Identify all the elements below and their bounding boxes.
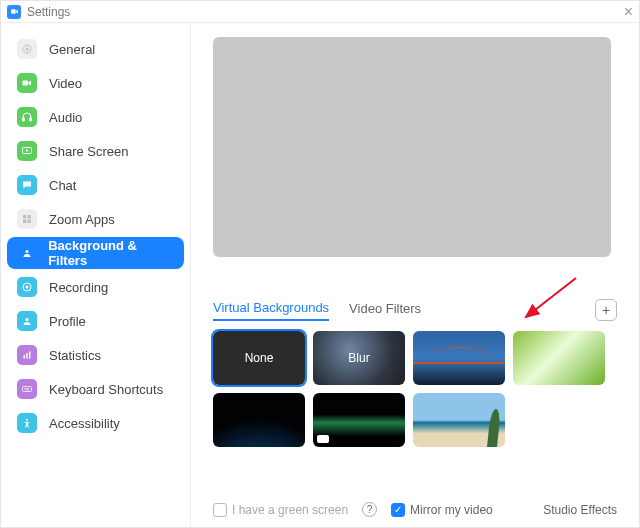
video-icon [17, 73, 37, 93]
sidebar-item-label: Video [49, 76, 82, 91]
svg-point-1 [26, 48, 29, 51]
mirror-video-checkbox[interactable]: ✓ Mirror my video [391, 503, 493, 517]
green-screen-label: I have a green screen [232, 503, 348, 517]
sidebar-item-zoom-apps[interactable]: Zoom Apps [7, 203, 184, 235]
svg-rect-17 [23, 387, 32, 392]
sidebar-item-label: Audio [49, 110, 82, 125]
headphones-icon [17, 107, 37, 127]
background-tabs: Virtual Backgrounds Video Filters + [213, 299, 617, 321]
sidebar-item-recording[interactable]: Recording [7, 271, 184, 303]
svg-point-12 [26, 286, 29, 289]
thumb-label: Blur [348, 351, 369, 365]
svg-rect-14 [24, 355, 26, 359]
background-option-bridge[interactable] [413, 331, 505, 385]
checkbox-icon [213, 503, 227, 517]
close-button[interactable]: × [624, 4, 633, 20]
accessibility-icon [17, 413, 37, 433]
chat-icon [17, 175, 37, 195]
svg-rect-20 [27, 388, 28, 389]
background-option-aurora[interactable] [313, 393, 405, 447]
sidebar-item-statistics[interactable]: Statistics [7, 339, 184, 371]
sidebar-item-video[interactable]: Video [7, 67, 184, 99]
studio-effects-link[interactable]: Studio Effects [543, 503, 617, 517]
checkbox-icon: ✓ [391, 503, 405, 517]
window-title: Settings [27, 5, 70, 19]
recording-icon [17, 277, 37, 297]
background-thumbnails: None Blur [213, 331, 617, 455]
sidebar-item-general[interactable]: General [7, 33, 184, 65]
svg-point-10 [25, 250, 28, 253]
svg-rect-3 [23, 118, 25, 121]
svg-rect-9 [28, 220, 32, 224]
video-preview [213, 37, 611, 257]
svg-rect-0 [11, 9, 16, 14]
sidebar-item-label: Background & Filters [48, 238, 174, 268]
settings-main-panel: Virtual Backgrounds Video Filters + None… [191, 23, 639, 527]
svg-rect-8 [23, 220, 27, 224]
background-option-beach[interactable] [413, 393, 505, 447]
svg-rect-16 [29, 352, 31, 359]
sidebar-item-background-filters[interactable]: Background & Filters [7, 237, 184, 269]
svg-point-23 [26, 419, 28, 421]
footer-options: I have a green screen ? ✓ Mirror my vide… [213, 492, 617, 517]
sidebar-item-label: Chat [49, 178, 76, 193]
sidebar-item-chat[interactable]: Chat [7, 169, 184, 201]
svg-rect-2 [23, 81, 29, 86]
sidebar-item-label: Share Screen [49, 144, 129, 159]
background-option-earth[interactable] [213, 393, 305, 447]
sidebar-item-profile[interactable]: Profile [7, 305, 184, 337]
svg-rect-22 [25, 390, 29, 391]
tab-virtual-backgrounds[interactable]: Virtual Backgrounds [213, 300, 329, 321]
svg-rect-21 [29, 388, 30, 389]
svg-rect-15 [26, 353, 28, 359]
sidebar-item-label: Recording [49, 280, 108, 295]
sidebar-item-label: Zoom Apps [49, 212, 115, 227]
zoom-app-icon [7, 5, 21, 19]
svg-point-13 [26, 318, 29, 321]
apps-icon [17, 209, 37, 229]
settings-sidebar: General Video Audio Share Screen Chat Zo… [1, 23, 191, 527]
statistics-icon [17, 345, 37, 365]
mirror-label: Mirror my video [410, 503, 493, 517]
add-background-button[interactable]: + [595, 299, 617, 321]
background-option-grass[interactable] [513, 331, 605, 385]
background-option-blur[interactable]: Blur [313, 331, 405, 385]
svg-rect-7 [28, 215, 32, 219]
keyboard-icon [17, 379, 37, 399]
profile-icon [17, 311, 37, 331]
sidebar-item-keyboard-shortcuts[interactable]: Keyboard Shortcuts [7, 373, 184, 405]
gear-icon [17, 39, 37, 59]
green-screen-checkbox[interactable]: I have a green screen [213, 503, 348, 517]
sidebar-item-accessibility[interactable]: Accessibility [7, 407, 184, 439]
thumb-label: None [245, 351, 274, 365]
titlebar: Settings × [1, 1, 639, 23]
tab-video-filters[interactable]: Video Filters [349, 301, 421, 320]
svg-rect-18 [24, 388, 25, 389]
sidebar-item-label: Accessibility [49, 416, 120, 431]
svg-rect-19 [26, 388, 27, 389]
help-icon[interactable]: ? [362, 502, 377, 517]
sidebar-item-label: Statistics [49, 348, 101, 363]
background-icon [17, 243, 36, 263]
sidebar-item-label: Keyboard Shortcuts [49, 382, 163, 397]
sidebar-item-audio[interactable]: Audio [7, 101, 184, 133]
sidebar-item-label: General [49, 42, 95, 57]
svg-rect-4 [30, 118, 32, 121]
background-option-none[interactable]: None [213, 331, 305, 385]
svg-rect-6 [23, 215, 27, 219]
sidebar-item-label: Profile [49, 314, 86, 329]
settings-window: Settings × General Video Audio Share Scr… [0, 0, 640, 528]
sidebar-item-share-screen[interactable]: Share Screen [7, 135, 184, 167]
share-screen-icon [17, 141, 37, 161]
